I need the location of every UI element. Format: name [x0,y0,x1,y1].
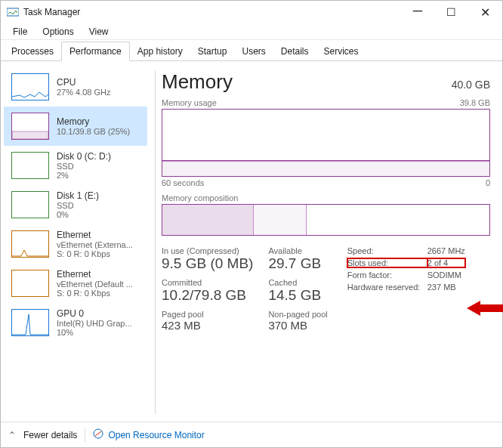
time-right: 0 [486,178,490,187]
comp-label: Memory composition [162,193,238,202]
open-resource-monitor-label: Open Resource Monitor [108,430,204,440]
memory-details: Speed: 2667 MHz Slots used: 2 of 4 Form … [347,246,465,292]
gpu0-sub1: Intel(R) UHD Grap... [57,319,132,328]
memory-thumb [11,113,49,140]
memory-usage-chart [162,109,490,177]
app-icon [7,6,19,18]
cpu-name: CPU [57,77,111,88]
committed-label: Committed [162,278,253,287]
eth0-sub2: S: 0 R: 0 Kbps [57,249,133,258]
minimize-button[interactable]: 一 [400,1,434,23]
disk0-sub2: 2% [57,171,111,180]
tab-performance[interactable]: Performance [61,42,130,61]
task-manager-window: Task Manager 一 ☐ ✕ File Options View Pro… [0,0,503,448]
menu-bar: File Options View [1,23,502,40]
committed-value: 10.2/79.8 GB [162,287,253,304]
eth1-thumb [11,270,49,297]
eth1-name: Ethernet [57,269,133,280]
memory-composition-chart [162,204,490,236]
memory-name: Memory [57,116,130,127]
page-title: Memory [162,70,233,94]
window-title: Task Manager [23,7,400,17]
usage-max: 39.8 GB [460,98,490,107]
footer: ⌃ Fewer details Open Resource Monitor [1,422,502,447]
hwreserved-label: Hardware reserved: [347,283,427,292]
menu-view[interactable]: View [82,25,116,39]
gpu0-name: GPU 0 [57,308,132,319]
slots-label: Slots used: [347,258,427,267]
inuse-value: 9.5 GB (0 MB) [162,255,253,272]
svg-marker-3 [467,301,503,316]
sidebar-gpu0[interactable]: GPU 0 Intel(R) UHD Grap... 10% [4,303,147,342]
gpu0-thumb [11,309,49,336]
formfactor-value: SODIMM [427,270,465,280]
tab-details[interactable]: Details [273,42,316,60]
hwreserved-value: 237 MB [427,283,465,292]
slots-value: 2 of 4 [427,258,465,267]
gpu0-sub2: 10% [57,328,132,337]
eth0-name: Ethernet [57,230,133,240]
open-resource-monitor-link[interactable]: Open Resource Monitor [93,428,204,441]
disk1-thumb [11,191,49,218]
resource-monitor-icon [93,428,103,441]
content-area: CPU 27% 4.08 GHz Memory 10.1/39.8 GB (25… [1,61,502,422]
pagedpool-value: 423 MB [162,319,253,332]
memory-sub: 10.1/39.8 GB (25%) [57,127,130,136]
tab-app-history[interactable]: App history [130,42,190,60]
nonpaged-value: 370 MB [268,319,327,332]
sidebar-eth0[interactable]: Ethernet vEthernet (Externa... S: 0 R: 0… [4,224,147,264]
menu-options[interactable]: Options [35,25,81,39]
maximize-button[interactable]: ☐ [434,1,468,23]
eth1-sub2: S: 0 R: 0 Kbps [57,289,133,298]
sidebar-disk0[interactable]: Disk 0 (C: D:) SSD 2% [4,146,147,185]
disk1-sub1: SSD [57,201,99,210]
tab-processes[interactable]: Processes [4,42,61,60]
disk1-sub2: 0% [57,210,99,219]
vertical-divider [155,70,156,414]
tab-services[interactable]: Services [316,42,366,60]
disk1-name: Disk 1 (E:) [57,190,99,201]
inuse-label: In use (Compressed) [162,246,253,255]
eth0-sub1: vEthernet (Externa... [57,240,133,249]
title-bar: Task Manager 一 ☐ ✕ [1,1,502,23]
capacity-label: 40.0 GB [452,79,490,91]
tab-users[interactable]: Users [234,42,273,60]
nonpaged-label: Non-paged pool [268,310,327,319]
annotation-arrow-icon [467,299,503,317]
speed-value: 2667 MHz [427,246,465,255]
perf-sidebar: CPU 27% 4.08 GHz Memory 10.1/39.8 GB (25… [4,67,152,422]
close-button[interactable]: ✕ [468,1,502,23]
eth1-sub1: vEthernet (Default ... [57,280,133,289]
formfactor-label: Form factor: [347,270,427,280]
speed-label: Speed: [347,246,427,255]
time-left: 60 seconds [162,178,204,187]
sidebar-memory[interactable]: Memory 10.1/39.8 GB (25%) [4,107,147,146]
eth0-thumb [11,230,49,258]
pagedpool-label: Paged pool [162,310,253,319]
available-label: Available [268,246,327,255]
fewer-details-button[interactable]: Fewer details [23,430,77,440]
menu-file[interactable]: File [5,25,35,39]
cpu-sub: 27% 4.08 GHz [57,88,111,97]
disk0-name: Disk 0 (C: D:) [57,151,111,162]
disk0-thumb [11,152,49,179]
cpu-thumb [11,73,49,100]
available-value: 29.7 GB [268,255,327,272]
chevron-up-icon: ⌃ [8,430,16,440]
perf-main: Memory 40.0 GB Memory usage 39.8 GB 60 s… [162,67,496,422]
stats-grid: In use (Compressed) 9.5 GB (0 MB) Commit… [162,246,490,338]
cached-label: Cached [268,278,327,287]
sidebar-cpu[interactable]: CPU 27% 4.08 GHz [4,67,147,107]
svg-rect-1 [12,131,48,139]
sidebar-eth1[interactable]: Ethernet vEthernet (Default ... S: 0 R: … [4,264,147,303]
disk0-sub1: SSD [57,162,111,171]
tab-bar: Processes Performance App history Startu… [1,40,502,61]
sidebar-disk1[interactable]: Disk 1 (E:) SSD 0% [4,185,147,224]
cached-value: 14.5 GB [268,287,327,304]
tab-startup[interactable]: Startup [190,42,235,60]
usage-label: Memory usage [162,98,217,107]
